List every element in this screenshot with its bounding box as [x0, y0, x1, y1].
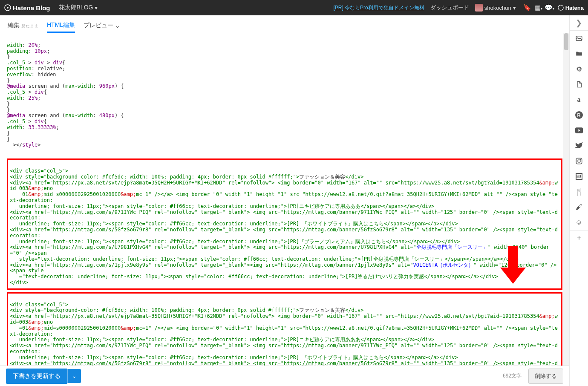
collapse-panel-button[interactable]: ❯ [570, 15, 588, 31]
update-draft-dropdown[interactable]: ⌄ [67, 369, 81, 383]
dashboard-link[interactable]: ダッシュボード [430, 4, 469, 12]
vertical-scrollbar[interactable] [563, 33, 569, 366]
apps-grid-icon[interactable]: ▦▾ [533, 4, 544, 12]
bookmark-icon[interactable]: 🔖 [522, 4, 533, 12]
editor-tabs: 編集 見たまま HTML編集 プレビュー ⌄ [0, 15, 588, 33]
instagram-icon[interactable] [570, 153, 588, 169]
editor-footer: 下書きを更新する ⌄ 692文字 削除する [0, 366, 569, 386]
restaurant-icon[interactable]: 🍴 [570, 184, 588, 199]
svg-point-1 [7, 7, 9, 9]
rakuten-icon[interactable]: R [570, 107, 588, 123]
tab-html-edit[interactable]: HTML編集 [47, 18, 75, 33]
chevron-down-icon: ⌄ [115, 22, 120, 29]
service-logo[interactable]: Hatena Blog [4, 4, 50, 12]
tab-edit-wysiwyg[interactable]: 編集 見たまま [8, 18, 38, 33]
highlighted-code-block-2: <div class="col_5"> <div style="backgrou… [7, 292, 562, 366]
service-name: Hatena Blog [13, 4, 50, 12]
folder-icon[interactable] [570, 46, 588, 61]
svg-point-7 [580, 159, 581, 160]
tab-preview[interactable]: プレビュー ⌄ [84, 18, 120, 33]
youtube-icon[interactable] [570, 123, 588, 138]
twitter-icon[interactable] [570, 138, 588, 153]
update-draft-button[interactable]: 下書きを更新する [6, 369, 67, 384]
hatena-bookmark-icon[interactable]: B! [570, 169, 588, 184]
user-menu[interactable]: shokochun ▾ [475, 4, 516, 12]
global-header: Hatena Blog 花太郎BLOG ▾ [PR] 今ならPro利用で独自ドメ… [0, 0, 588, 15]
amazon-icon[interactable]: a [570, 92, 588, 107]
page-icon[interactable] [570, 77, 588, 92]
plus-icon[interactable]: ＋ [570, 230, 588, 245]
html-editor-textarea[interactable]: width: 20%; padding: 10px; } .col_5 > di… [0, 33, 569, 366]
highlighted-code-block-1: <div class="col_5"> <div style="backgrou… [7, 158, 562, 290]
avatar [475, 4, 483, 12]
svg-rect-8 [508, 246, 518, 268]
chevron-down-icon: ▾ [95, 4, 98, 11]
hatena-brand[interactable]: Hatena [558, 5, 584, 11]
pr-promo-link[interactable]: [PR] 今ならPro利用で独自ドメイン無料 [333, 4, 424, 12]
photo-tool-icon[interactable] [570, 31, 588, 46]
brush-icon[interactable]: 🖌 [570, 199, 588, 215]
comment-icon[interactable]: 💬▾ [544, 4, 555, 12]
red-arrow-annotation [499, 246, 527, 285]
blog-name-dropdown[interactable]: 花太郎BLOG ▾ [59, 4, 98, 12]
side-tool-panel: ❯ ⚙ a R B! 🍴 🖌 ☺ ＋ [569, 15, 588, 386]
svg-marker-9 [500, 268, 526, 284]
chevron-down-icon: ▾ [513, 5, 516, 11]
svg-point-2 [558, 5, 563, 10]
gear-icon[interactable]: ⚙ [570, 61, 588, 77]
character-count: 692文字 [503, 372, 522, 380]
delete-button[interactable]: 削除する [528, 369, 563, 384]
smile-icon[interactable]: ☺ [570, 215, 588, 230]
svg-point-6 [578, 160, 580, 162]
html-editor-area: width: 20%; padding: 10px; } .col_5 > di… [0, 33, 569, 366]
